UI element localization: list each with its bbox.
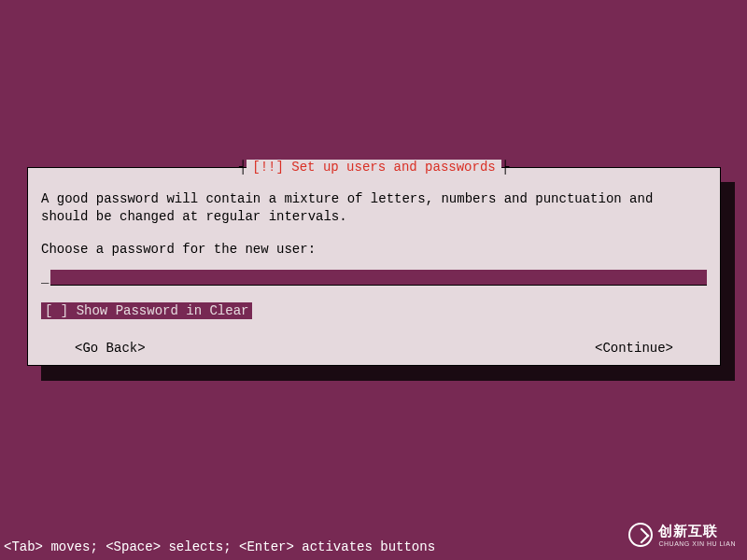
title-border-right: ├ bbox=[501, 160, 509, 175]
continue-button[interactable]: <Continue> bbox=[595, 340, 673, 357]
logo-name: 创新互联 bbox=[658, 523, 736, 540]
footer-hint: <Tab> moves; <Space> selects; <Enter> ac… bbox=[4, 539, 435, 554]
logo-text-wrap: 创新互联 CHUANG XIN HU LIAN bbox=[658, 523, 736, 547]
dialog-title: [!!] Set up users and passwords bbox=[247, 160, 500, 175]
dialog-box: ┤ [!!] Set up users and passwords ├ A go… bbox=[27, 167, 721, 366]
checkbox-label: Show Password in Clear bbox=[77, 303, 249, 318]
dialog-body: A good password will contain a mixture o… bbox=[28, 168, 720, 357]
show-password-checkbox[interactable]: [ ] Show Password in Clear bbox=[41, 302, 252, 320]
prompt-text: Choose a password for the new user: bbox=[41, 241, 707, 259]
password-row: _ bbox=[41, 270, 707, 287]
title-label: Set up users and passwords bbox=[291, 160, 495, 175]
password-input[interactable] bbox=[50, 270, 707, 286]
description-text: A good password will contain a mixture o… bbox=[41, 190, 707, 226]
watermark-logo: 创新互联 CHUANG XIN HU LIAN bbox=[628, 523, 736, 547]
button-row: <Go Back> <Continue> bbox=[41, 340, 707, 357]
title-priority-mark: [!!] bbox=[252, 160, 284, 175]
checkbox-state: [ ] bbox=[45, 303, 68, 318]
go-back-button[interactable]: <Go Back> bbox=[75, 340, 146, 357]
logo-icon bbox=[628, 523, 653, 547]
dialog-title-bar: ┤ [!!] Set up users and passwords ├ bbox=[28, 160, 720, 175]
password-underline-prefix: _ bbox=[41, 270, 50, 287]
title-border-left: ┤ bbox=[239, 160, 247, 175]
logo-subtext: CHUANG XIN HU LIAN bbox=[658, 540, 736, 547]
